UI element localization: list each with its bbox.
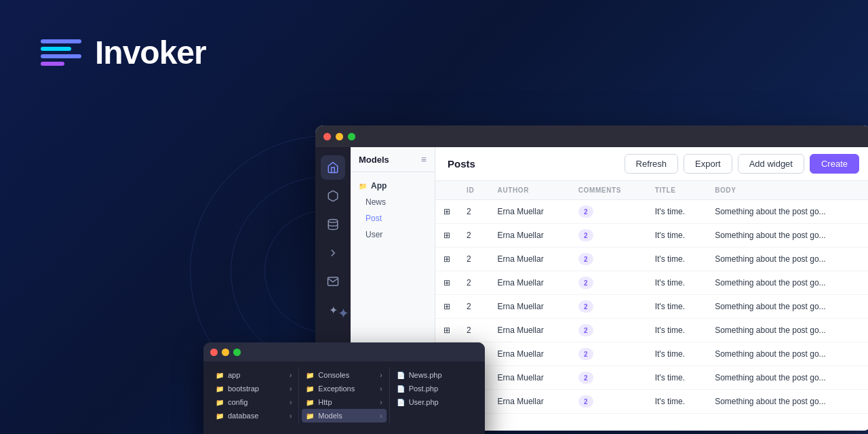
col-icon — [435, 181, 458, 200]
file-item-left: 📁 Exceptions — [306, 384, 355, 393]
folder-icon: 📁 — [306, 372, 314, 379]
file-item[interactable]: 📁 Consoles › — [302, 368, 386, 382]
models-list: 📁 App News Post User — [351, 172, 435, 248]
table-row[interactable]: ⊞ 2 Erna Muellar 2 It's time. Something … — [435, 366, 868, 390]
col-comments: COMMENTS — [570, 181, 647, 200]
row-id: 2 — [458, 271, 490, 295]
folder-icon: 📁 — [216, 399, 224, 406]
row-grid-icon: ⊞ — [435, 319, 458, 342]
table-row[interactable]: ⊞ 2 Erna Muellar 2 It's time. Something … — [435, 295, 868, 319]
folder-icon: 📁 — [359, 182, 367, 190]
file-item[interactable]: 📁 Models › — [302, 409, 386, 422]
file-icon: 📄 — [397, 372, 405, 379]
row-comments: 2 — [570, 200, 647, 224]
main-content: Posts Refresh Export Add widget Create I… — [435, 147, 868, 431]
file-item[interactable]: 📁 config › — [212, 395, 296, 409]
row-comments: 2 — [570, 224, 647, 248]
row-author: Erna Muellar — [490, 390, 570, 414]
row-body: Something about the post go... — [707, 271, 868, 295]
logo-bar-4 — [41, 62, 64, 66]
window-close-dot[interactable] — [323, 133, 331, 140]
file-manager-window: 📁 app › 📁 bootstrap › 📁 config › 📁 — [203, 342, 485, 434]
refresh-button[interactable]: Refresh — [625, 154, 679, 174]
sidebar-icon-terminal[interactable] — [321, 241, 345, 265]
row-body: Something about the post go... — [707, 295, 868, 319]
file-maximize-dot[interactable] — [233, 349, 241, 356]
table-row[interactable]: ⊞ 2 Erna Muellar 2 It's time. Something … — [435, 342, 868, 366]
file-item[interactable]: 📄 User.php — [393, 395, 477, 409]
row-title: It's time. — [647, 224, 707, 248]
file-item-label: Post.php — [409, 384, 438, 393]
file-item-label: database — [228, 412, 258, 420]
models-item-label: Post — [366, 214, 382, 223]
row-title: It's time. — [647, 248, 707, 271]
chevron-right-icon: › — [380, 385, 382, 393]
create-button[interactable]: Create — [810, 154, 859, 174]
row-comments: 2 — [570, 248, 647, 271]
row-author: Erna Muellar — [490, 342, 570, 366]
export-button[interactable]: Export — [684, 154, 732, 174]
file-item[interactable]: 📁 database › — [212, 409, 296, 422]
models-menu-icon[interactable]: ≡ — [421, 154, 427, 165]
chevron-right-icon: › — [290, 372, 292, 379]
file-item-left: 📁 app — [216, 371, 240, 379]
window-minimize-dot[interactable] — [336, 133, 343, 140]
file-item-left: 📁 Consoles — [306, 371, 349, 379]
file-item-label: config — [228, 398, 248, 406]
file-item-label: Http — [318, 398, 332, 406]
add-widget-button[interactable]: Add widget — [738, 154, 804, 174]
row-grid-icon: ⊞ — [435, 248, 458, 271]
table-row[interactable]: ⊞ 2 Erna Muellar 2 It's time. Something … — [435, 224, 868, 248]
file-item-label: Exceptions — [318, 384, 355, 393]
file-item[interactable]: 📄 Post.php — [393, 382, 477, 395]
window-maximize-dot[interactable] — [348, 133, 355, 140]
file-item[interactable]: 📄 News.php — [393, 368, 477, 382]
row-title: It's time. — [647, 366, 707, 390]
chevron-right-icon: › — [380, 372, 382, 379]
row-title: It's time. — [647, 390, 707, 414]
file-close-dot[interactable] — [210, 349, 218, 356]
folder-icon: 📁 — [306, 385, 314, 393]
table-row[interactable]: ⊞ 2 Erna Muellar 2 It's time. Something … — [435, 319, 868, 342]
models-item-app[interactable]: 📁 App — [351, 178, 435, 194]
file-item[interactable]: 📁 Http › — [302, 395, 386, 409]
table-row[interactable]: ⊞ 2 Erna Muellar 2 It's time. Something … — [435, 390, 868, 414]
models-item-user[interactable]: User — [351, 226, 435, 243]
models-item-label: App — [371, 181, 387, 191]
row-title: It's time. — [647, 271, 707, 295]
file-minimize-dot[interactable] — [222, 349, 229, 356]
file-item[interactable]: 📁 Exceptions › — [302, 382, 386, 395]
models-title: Models — [359, 155, 389, 165]
row-body: Something about the post go... — [707, 390, 868, 414]
file-icon: 📄 — [397, 399, 405, 406]
models-item-post[interactable]: Post — [351, 210, 435, 226]
file-item-label: News.php — [409, 371, 442, 379]
chevron-right-icon: › — [290, 385, 292, 393]
sidebar-icon-chart[interactable] — [321, 184, 345, 208]
row-grid-icon: ⊞ — [435, 200, 458, 224]
row-id: 2 — [458, 295, 490, 319]
table-body: ⊞ 2 Erna Muellar 2 It's time. Something … — [435, 200, 868, 414]
table-row[interactable]: ⊞ 2 Erna Muellar 2 It's time. Something … — [435, 271, 868, 295]
row-title: It's time. — [647, 319, 707, 342]
file-icon: 📄 — [397, 385, 405, 393]
table-row[interactable]: ⊞ 2 Erna Muellar 2 It's time. Something … — [435, 248, 868, 271]
file-item-left: 📁 bootstrap — [216, 384, 259, 393]
row-title: It's time. — [647, 342, 707, 366]
models-item-label: User — [366, 230, 382, 239]
row-grid-icon: ⊞ — [435, 295, 458, 319]
models-item-news[interactable]: News — [351, 194, 435, 210]
file-titlebar — [203, 342, 485, 361]
sidebar-icon-database[interactable] — [321, 212, 345, 237]
sidebar-icon-home[interactable] — [321, 155, 345, 180]
table-row[interactable]: ⊞ 2 Erna Muellar 2 It's time. Something … — [435, 200, 868, 224]
row-title: It's time. — [647, 200, 707, 224]
file-item[interactable]: 📁 bootstrap › — [212, 382, 296, 395]
sidebar-icon-mail[interactable] — [321, 269, 345, 294]
logo-bar-3 — [41, 54, 81, 58]
file-item[interactable]: 📁 app › — [212, 368, 296, 382]
row-body: Something about the post go... — [707, 200, 868, 224]
chevron-right-icon: › — [290, 399, 292, 406]
row-author: Erna Muellar — [490, 248, 570, 271]
file-column-0: 📁 app › 📁 bootstrap › 📁 config › 📁 — [209, 367, 299, 424]
